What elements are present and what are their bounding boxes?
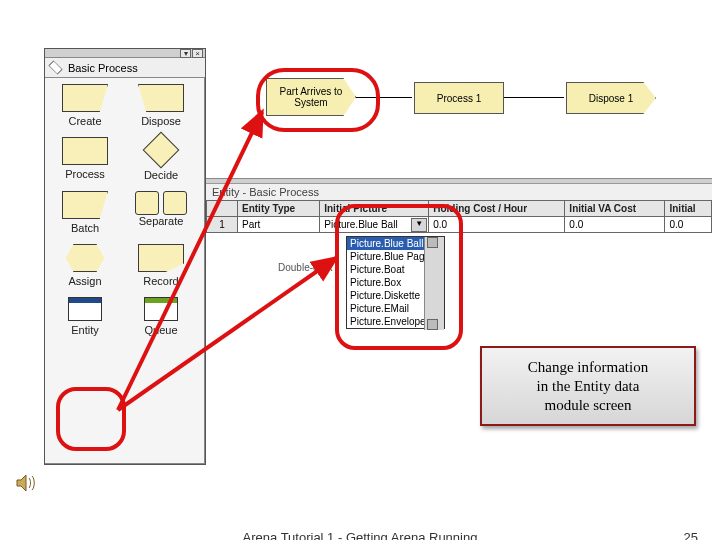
decide-shape-icon xyxy=(143,132,180,169)
cell-entity-type[interactable]: Part xyxy=(238,217,320,233)
palette-body: Create Dispose Process Decide xyxy=(45,78,205,348)
double-click-hint: Double-click xyxy=(278,262,332,273)
palette-item-entity[interactable]: Entity xyxy=(47,297,123,346)
palette-item-process[interactable]: Process xyxy=(47,137,123,191)
col-initial[interactable]: Initial xyxy=(665,201,712,217)
highlight-ring-entity-module xyxy=(56,387,126,451)
footer-title: Arena Tutorial 1 - Getting Arena Running xyxy=(0,530,720,540)
palette-close-icon[interactable]: × xyxy=(192,49,203,58)
palette-item-separate[interactable]: Separate xyxy=(123,191,199,244)
palette-item-decide[interactable]: Decide xyxy=(123,137,199,191)
entity-module-icon xyxy=(68,297,102,321)
callout-line2: in the Entity data xyxy=(492,377,684,396)
create-shape-icon xyxy=(62,84,108,112)
palette-item-dispose[interactable]: Dispose xyxy=(123,84,199,137)
callout-line3: module screen xyxy=(492,396,684,415)
col-va-cost[interactable]: Initial VA Cost xyxy=(565,201,665,217)
sound-icon xyxy=(16,474,38,492)
palette-header: Basic Process xyxy=(45,58,205,78)
callout-line1: Change information xyxy=(492,358,684,377)
process-shape-icon xyxy=(62,137,108,165)
assign-shape-icon xyxy=(62,244,108,272)
dispose-block[interactable]: Dispose 1 xyxy=(566,82,656,114)
record-shape-icon xyxy=(138,244,184,272)
palette-title: Basic Process xyxy=(68,62,138,74)
batch-shape-icon xyxy=(62,191,108,219)
highlight-ring-dropdown xyxy=(335,204,463,350)
palette-min-icon[interactable]: ▾ xyxy=(180,49,191,58)
diamond-icon xyxy=(48,60,62,74)
queue-module-icon xyxy=(144,297,178,321)
cell-va-cost[interactable]: 0.0 xyxy=(565,217,665,233)
highlight-ring-create xyxy=(256,68,380,132)
palette-item-queue[interactable]: Queue xyxy=(123,297,199,346)
grid-corner xyxy=(207,201,238,217)
palette-item-batch[interactable]: Batch xyxy=(47,191,123,244)
col-entity-type[interactable]: Entity Type xyxy=(238,201,320,217)
palette-top-bar: ▾ × xyxy=(45,49,205,58)
palette-item-assign[interactable]: Assign xyxy=(47,244,123,297)
slide: ▾ × Basic Process Create Dispose xyxy=(0,0,720,540)
palette-item-record[interactable]: Record xyxy=(123,244,199,297)
grid-title: Entity - Basic Process xyxy=(206,184,712,200)
row-number[interactable]: 1 xyxy=(207,217,238,233)
callout-box: Change information in the Entity data mo… xyxy=(480,346,696,426)
connector-2 xyxy=(504,97,564,98)
palette-item-create[interactable]: Create xyxy=(47,84,123,137)
process-block[interactable]: Process 1 xyxy=(414,82,504,114)
cell-initial[interactable]: 0.0 xyxy=(665,217,712,233)
dispose-shape-icon xyxy=(138,84,184,112)
footer-page-number: 25 xyxy=(684,530,698,540)
separate-shape-icon xyxy=(123,191,199,215)
